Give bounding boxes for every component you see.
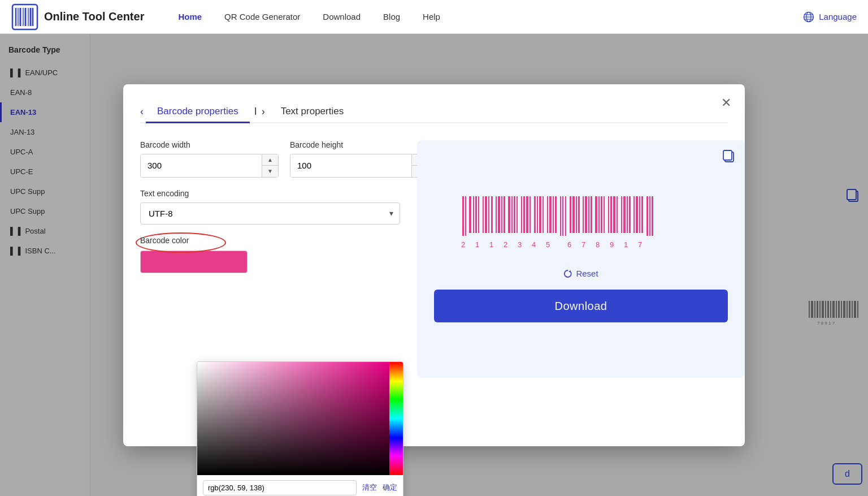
- gradient-dark-overlay: [197, 362, 389, 475]
- barcode-width-input[interactable]: [141, 154, 262, 177]
- svg-rect-54: [585, 196, 587, 233]
- svg-rect-60: [604, 196, 605, 233]
- svg-text:2: 2: [461, 240, 465, 249]
- tab-text-properties[interactable]: Text properties: [270, 101, 355, 123]
- barcode-height-input[interactable]: [290, 154, 411, 177]
- svg-text:9: 9: [610, 240, 614, 249]
- color-picker: 清空 确定: [197, 361, 403, 497]
- svg-rect-23: [485, 196, 487, 233]
- logo-text: Online Tool Center: [44, 10, 144, 23]
- cursor-icon: I: [254, 106, 257, 118]
- nav-qr[interactable]: QR Code Generator: [224, 12, 300, 21]
- svg-rect-22: [483, 196, 484, 233]
- barcode-height-group: Barcode height ▲ ▼: [290, 140, 428, 178]
- copy-icon: [721, 148, 737, 164]
- svg-rect-32: [514, 196, 515, 233]
- svg-rect-31: [511, 196, 513, 233]
- svg-rect-41: [542, 196, 544, 233]
- color-confirm-button[interactable]: 确定: [383, 482, 397, 493]
- gradient-canvas[interactable]: [197, 362, 389, 475]
- svg-rect-17: [465, 196, 466, 236]
- svg-rect-42: [547, 196, 548, 233]
- barcode-width-group: Barcode width ▲ ▼: [140, 140, 279, 178]
- color-gradient-area[interactable]: [197, 362, 403, 475]
- svg-rect-21: [478, 196, 479, 233]
- svg-rect-37: [530, 196, 531, 233]
- text-encoding-select[interactable]: UTF-8 ASCII ISO-8859-1: [140, 202, 400, 225]
- left-panel: Barcode width ▲ ▼ Barcode height: [140, 140, 400, 378]
- svg-rect-70: [636, 196, 638, 233]
- svg-rect-64: [617, 196, 618, 233]
- svg-rect-43: [549, 196, 552, 233]
- tab-prev-arrow[interactable]: ‹: [140, 106, 144, 118]
- svg-rect-67: [627, 196, 628, 233]
- svg-rect-46: [560, 196, 561, 236]
- svg-rect-35: [523, 196, 525, 233]
- svg-text:7: 7: [638, 240, 642, 249]
- svg-rect-16: [462, 196, 464, 236]
- svg-rect-63: [613, 196, 615, 233]
- copy-icon-wrapper[interactable]: [721, 148, 737, 166]
- width-up-btn[interactable]: ▲: [262, 154, 278, 166]
- svg-rect-38: [534, 196, 536, 233]
- barcode-color-group: Barcode color: [140, 236, 400, 273]
- svg-rect-48: [565, 196, 566, 236]
- svg-rect-74: [649, 196, 650, 236]
- svg-rect-15: [723, 150, 732, 160]
- svg-rect-52: [578, 196, 580, 233]
- color-clear-button[interactable]: 清空: [362, 482, 377, 493]
- svg-rect-18: [469, 196, 471, 233]
- svg-rect-28: [501, 196, 502, 233]
- modal-body: Barcode width ▲ ▼ Barcode height: [140, 140, 728, 378]
- barcode-width-input-wrap: ▲ ▼: [140, 154, 279, 178]
- nav-logo[interactable]: Online Tool Center: [11, 3, 144, 31]
- hue-bar[interactable]: [389, 362, 403, 475]
- modal-close-button[interactable]: ✕: [721, 96, 731, 110]
- svg-text:2: 2: [504, 240, 507, 249]
- svg-rect-40: [539, 196, 541, 233]
- tab-barcode-properties[interactable]: Barcode properties: [146, 101, 250, 123]
- svg-rect-25: [491, 196, 493, 233]
- svg-text:8: 8: [596, 240, 600, 249]
- svg-rect-36: [526, 196, 528, 233]
- right-panel: 2 1 1 2 3 4 5 6 7 8 9 1: [417, 140, 745, 378]
- svg-rect-68: [629, 196, 631, 233]
- svg-text:1: 1: [624, 240, 628, 249]
- color-value-input[interactable]: [203, 480, 357, 495]
- svg-rect-59: [601, 196, 602, 233]
- svg-rect-69: [633, 196, 635, 233]
- nav-help[interactable]: Help: [423, 12, 440, 21]
- language-label: Language: [819, 12, 857, 21]
- nav-home[interactable]: Home: [178, 12, 202, 21]
- svg-rect-47: [562, 196, 563, 236]
- svg-text:5: 5: [546, 240, 550, 249]
- nav-download[interactable]: Download: [323, 12, 361, 21]
- svg-rect-51: [576, 196, 577, 233]
- barcode-height-label: Barcode height: [290, 140, 428, 149]
- svg-rect-65: [621, 196, 622, 233]
- svg-rect-50: [572, 196, 575, 233]
- svg-rect-58: [598, 196, 600, 233]
- svg-rect-61: [608, 196, 609, 233]
- reset-button[interactable]: Reset: [563, 269, 598, 278]
- svg-text:7: 7: [581, 240, 585, 249]
- svg-rect-39: [537, 196, 538, 233]
- nav-blog[interactable]: Blog: [383, 12, 400, 21]
- modal: ✕ ‹ Barcode properties I › Text properti…: [123, 84, 745, 446]
- svg-rect-26: [496, 196, 497, 233]
- barcode-svg: 2 1 1 2 3 4 5 6 7 8 9 1: [457, 195, 705, 252]
- width-spinners: ▲ ▼: [262, 154, 278, 177]
- width-down-btn[interactable]: ▼: [262, 166, 278, 177]
- svg-rect-66: [623, 196, 626, 233]
- svg-rect-19: [473, 196, 474, 233]
- logo-icon: [11, 3, 38, 31]
- text-encoding-label: Text encoding: [140, 189, 400, 198]
- tab-next-arrow[interactable]: ›: [262, 106, 265, 118]
- nav-language[interactable]: Language: [803, 11, 857, 23]
- color-swatch[interactable]: [140, 251, 248, 273]
- svg-rect-71: [639, 196, 640, 233]
- download-button[interactable]: Download: [434, 290, 728, 322]
- svg-rect-53: [583, 196, 584, 233]
- barcode-width-label: Barcode width: [140, 140, 279, 149]
- svg-rect-34: [521, 196, 522, 233]
